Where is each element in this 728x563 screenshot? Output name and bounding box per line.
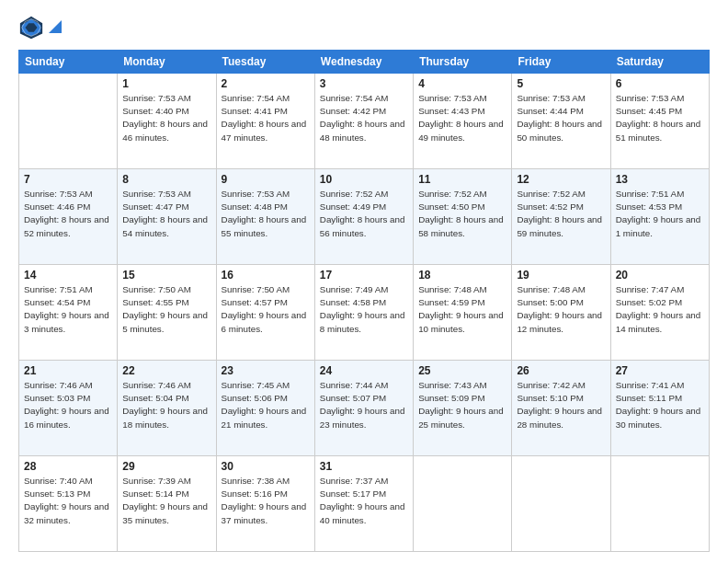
day-number: 10 (320, 173, 408, 186)
day-info: Sunrise: 7:51 AMSunset: 4:53 PMDaylight:… (616, 188, 704, 240)
day-number: 18 (418, 269, 506, 282)
day-number: 14 (24, 269, 112, 282)
calendar-cell: 17Sunrise: 7:49 AMSunset: 4:58 PMDayligh… (314, 265, 413, 361)
calendar-cell: 8Sunrise: 7:53 AMSunset: 4:47 PMDaylight… (118, 169, 216, 265)
day-info: Sunrise: 7:47 AMSunset: 5:02 PMDaylight:… (616, 283, 704, 336)
calendar-cell: 16Sunrise: 7:50 AMSunset: 4:57 PMDayligh… (216, 265, 314, 361)
day-number: 4 (418, 77, 506, 90)
page: SundayMondayTuesdayWednesdayThursdayFrid… (0, 0, 728, 563)
weekday-header-monday: Monday (118, 51, 216, 74)
day-number: 26 (517, 364, 605, 377)
day-number: 1 (122, 77, 210, 90)
svg-marker-3 (49, 20, 62, 33)
logo-icon (18, 15, 44, 40)
calendar-cell: 9Sunrise: 7:53 AMSunset: 4:48 PMDaylight… (216, 169, 314, 265)
weekday-header-row: SundayMondayTuesdayWednesdayThursdayFrid… (19, 51, 710, 74)
day-number: 15 (122, 269, 210, 282)
calendar-cell: 29Sunrise: 7:39 AMSunset: 5:14 PMDayligh… (118, 456, 216, 552)
calendar-cell: 5Sunrise: 7:53 AMSunset: 4:44 PMDaylight… (512, 74, 610, 169)
calendar-cell (414, 456, 512, 552)
day-info: Sunrise: 7:52 AMSunset: 4:50 PMDaylight:… (418, 188, 506, 240)
day-info: Sunrise: 7:39 AMSunset: 5:14 PMDaylight:… (122, 475, 210, 527)
calendar-cell: 14Sunrise: 7:51 AMSunset: 4:54 PMDayligh… (19, 265, 118, 361)
calendar-cell: 20Sunrise: 7:47 AMSunset: 5:02 PMDayligh… (610, 265, 709, 361)
day-info: Sunrise: 7:43 AMSunset: 5:09 PMDaylight:… (418, 379, 506, 431)
day-info: Sunrise: 7:52 AMSunset: 4:49 PMDaylight:… (320, 188, 408, 240)
day-info: Sunrise: 7:48 AMSunset: 5:00 PMDaylight:… (517, 283, 605, 336)
calendar-cell: 10Sunrise: 7:52 AMSunset: 4:49 PMDayligh… (314, 169, 413, 265)
calendar-cell: 4Sunrise: 7:53 AMSunset: 4:43 PMDaylight… (414, 74, 512, 169)
weekday-header-saturday: Saturday (610, 51, 709, 74)
day-info: Sunrise: 7:46 AMSunset: 5:04 PMDaylight:… (122, 379, 210, 431)
day-number: 22 (122, 364, 210, 377)
day-number: 12 (517, 173, 605, 186)
calendar-week-row: 7Sunrise: 7:53 AMSunset: 4:46 PMDaylight… (19, 169, 710, 265)
day-number: 28 (24, 460, 112, 473)
day-number: 20 (616, 269, 704, 282)
day-info: Sunrise: 7:50 AMSunset: 4:55 PMDaylight:… (122, 283, 210, 336)
calendar-cell: 15Sunrise: 7:50 AMSunset: 4:55 PMDayligh… (118, 265, 216, 361)
calendar-table: SundayMondayTuesdayWednesdayThursdayFrid… (18, 50, 710, 552)
day-number: 30 (222, 460, 310, 473)
day-info: Sunrise: 7:53 AMSunset: 4:46 PMDaylight:… (24, 188, 112, 240)
weekday-header-friday: Friday (512, 51, 610, 74)
weekday-header-tuesday: Tuesday (216, 51, 314, 74)
weekday-header-sunday: Sunday (19, 51, 118, 74)
day-info: Sunrise: 7:37 AMSunset: 5:17 PMDaylight:… (320, 475, 408, 527)
day-info: Sunrise: 7:49 AMSunset: 4:58 PMDaylight:… (320, 283, 408, 336)
day-info: Sunrise: 7:52 AMSunset: 4:52 PMDaylight:… (517, 188, 605, 240)
day-number: 11 (418, 173, 506, 186)
day-info: Sunrise: 7:41 AMSunset: 5:11 PMDaylight:… (616, 379, 704, 431)
day-info: Sunrise: 7:44 AMSunset: 5:07 PMDaylight:… (320, 379, 408, 431)
calendar-cell: 19Sunrise: 7:48 AMSunset: 5:00 PMDayligh… (512, 265, 610, 361)
calendar-cell (512, 456, 610, 552)
calendar-cell (610, 456, 709, 552)
calendar-cell: 24Sunrise: 7:44 AMSunset: 5:07 PMDayligh… (314, 361, 413, 456)
calendar-cell: 26Sunrise: 7:42 AMSunset: 5:10 PMDayligh… (512, 361, 610, 456)
day-info: Sunrise: 7:53 AMSunset: 4:43 PMDaylight:… (418, 92, 506, 144)
day-number: 2 (222, 77, 310, 90)
day-info: Sunrise: 7:53 AMSunset: 4:47 PMDaylight:… (122, 188, 210, 240)
calendar-cell: 22Sunrise: 7:46 AMSunset: 5:04 PMDayligh… (118, 361, 216, 456)
calendar-cell: 31Sunrise: 7:37 AMSunset: 5:17 PMDayligh… (314, 456, 413, 552)
day-number: 8 (122, 173, 210, 186)
calendar-cell: 18Sunrise: 7:48 AMSunset: 4:59 PMDayligh… (414, 265, 512, 361)
day-info: Sunrise: 7:51 AMSunset: 4:54 PMDaylight:… (24, 283, 112, 336)
calendar-cell (19, 74, 118, 169)
calendar-cell: 7Sunrise: 7:53 AMSunset: 4:46 PMDaylight… (19, 169, 118, 265)
day-info: Sunrise: 7:48 AMSunset: 4:59 PMDaylight:… (418, 283, 506, 336)
day-number: 21 (24, 364, 112, 377)
calendar-week-row: 14Sunrise: 7:51 AMSunset: 4:54 PMDayligh… (19, 265, 710, 361)
day-number: 6 (616, 77, 704, 90)
calendar-cell: 27Sunrise: 7:41 AMSunset: 5:11 PMDayligh… (610, 361, 709, 456)
day-info: Sunrise: 7:54 AMSunset: 4:42 PMDaylight:… (320, 92, 408, 144)
weekday-header-thursday: Thursday (414, 51, 512, 74)
header (18, 15, 710, 40)
day-number: 9 (222, 173, 310, 186)
calendar-cell: 11Sunrise: 7:52 AMSunset: 4:50 PMDayligh… (414, 169, 512, 265)
calendar-cell: 6Sunrise: 7:53 AMSunset: 4:45 PMDaylight… (610, 74, 709, 169)
calendar-cell: 21Sunrise: 7:46 AMSunset: 5:03 PMDayligh… (19, 361, 118, 456)
day-info: Sunrise: 7:46 AMSunset: 5:03 PMDaylight:… (24, 379, 112, 431)
day-info: Sunrise: 7:54 AMSunset: 4:41 PMDaylight:… (222, 92, 310, 144)
day-info: Sunrise: 7:38 AMSunset: 5:16 PMDaylight:… (222, 475, 310, 527)
day-number: 17 (320, 269, 408, 282)
day-number: 5 (517, 77, 605, 90)
calendar-cell: 23Sunrise: 7:45 AMSunset: 5:06 PMDayligh… (216, 361, 314, 456)
day-number: 19 (517, 269, 605, 282)
calendar-cell: 3Sunrise: 7:54 AMSunset: 4:42 PMDaylight… (314, 74, 413, 169)
logo-triangle-icon (49, 20, 62, 33)
day-number: 16 (222, 269, 310, 282)
day-number: 24 (320, 364, 408, 377)
calendar-cell: 12Sunrise: 7:52 AMSunset: 4:52 PMDayligh… (512, 169, 610, 265)
day-number: 25 (418, 364, 506, 377)
day-number: 29 (122, 460, 210, 473)
day-number: 13 (616, 173, 704, 186)
calendar-cell: 28Sunrise: 7:40 AMSunset: 5:13 PMDayligh… (19, 456, 118, 552)
day-number: 31 (320, 460, 408, 473)
day-number: 3 (320, 77, 408, 90)
day-info: Sunrise: 7:53 AMSunset: 4:45 PMDaylight:… (616, 92, 704, 144)
day-number: 27 (616, 364, 704, 377)
calendar-cell: 1Sunrise: 7:53 AMSunset: 4:40 PMDaylight… (118, 74, 216, 169)
weekday-header-wednesday: Wednesday (314, 51, 413, 74)
